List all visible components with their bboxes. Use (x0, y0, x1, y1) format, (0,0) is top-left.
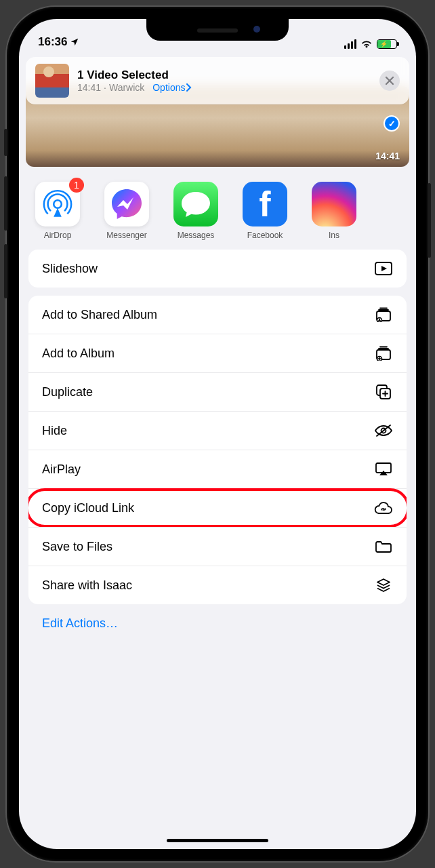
action-save-to-files[interactable]: Save to Files (28, 527, 407, 566)
selection-text: 1 Video Selected 14:41 · Warwick Options (77, 68, 371, 93)
share-target-messages[interactable]: Messages (171, 182, 221, 240)
action-airplay[interactable]: AirPlay (28, 450, 407, 488)
share-label: Messenger (106, 231, 146, 240)
action-slideshow[interactable]: Slideshow (28, 250, 407, 288)
action-share-with-contact[interactable]: Share with Isaac (28, 566, 407, 604)
edit-actions-button[interactable]: Edit Actions… (28, 604, 407, 640)
share-target-airdrop[interactable]: 1 AirDrop (33, 182, 83, 240)
folder-icon (374, 539, 393, 554)
share-label: Ins (329, 231, 339, 240)
chevron-right-icon (186, 83, 192, 92)
airdrop-icon: 1 (35, 182, 80, 226)
eye-slash-icon (374, 423, 393, 438)
location-arrow-icon (70, 37, 79, 47)
svg-point-4 (379, 319, 380, 320)
volume-down-button (4, 244, 7, 298)
notch (146, 19, 289, 41)
selection-title: 1 Video Selected (77, 68, 371, 82)
selection-header: 1 Video Selected 14:41 · Warwick Options (26, 57, 409, 104)
share-target-instagram[interactable]: Ins (309, 182, 359, 240)
svg-point-0 (54, 200, 62, 208)
phone-frame: 16:36 ⚡ 1 Video Selected 14:41 (7, 7, 428, 861)
status-right: ⚡ (344, 39, 398, 49)
add-album-icon (374, 346, 393, 361)
close-button[interactable] (379, 71, 400, 91)
cellular-signal-icon (344, 39, 357, 49)
screen: 16:36 ⚡ 1 Video Selected 14:41 (19, 19, 416, 849)
video-duration: 14:41 (375, 151, 400, 161)
home-indicator[interactable] (167, 839, 268, 842)
stack-icon (374, 578, 393, 593)
action-copy-icloud-link[interactable]: Copy iCloud Link (28, 488, 407, 527)
play-rect-icon (374, 261, 393, 276)
share-label: Facebook (247, 231, 283, 240)
selection-subtitle: 14:41 · Warwick Options (77, 82, 371, 93)
selection-time: 14:41 (77, 82, 101, 93)
share-targets-row[interactable]: 1 AirDrop Messenger Messages (19, 167, 416, 250)
messages-icon (173, 182, 218, 226)
facebook-icon: f (243, 182, 287, 226)
action-add-album[interactable]: Add to Album (28, 334, 407, 372)
instagram-icon (312, 182, 356, 226)
wifi-icon (360, 39, 373, 49)
shared-album-icon (374, 307, 393, 322)
close-icon (385, 76, 394, 85)
action-group-2: Add to Shared Album Add to Album Duplica… (28, 296, 407, 604)
messenger-icon (104, 182, 149, 226)
mute-switch (4, 129, 7, 156)
share-target-messenger[interactable]: Messenger (102, 182, 152, 240)
battery-icon: ⚡ (377, 39, 397, 49)
selection-checkmark-icon[interactable]: ✓ (384, 115, 400, 132)
share-target-facebook[interactable]: f Facebook (240, 182, 290, 240)
airdrop-badge: 1 (69, 178, 84, 193)
volume-up-button (4, 176, 7, 231)
airplay-icon (374, 462, 393, 477)
share-label: Messages (178, 231, 215, 240)
options-button[interactable]: Options (152, 82, 192, 93)
status-left: 16:36 (38, 35, 79, 49)
cloud-link-icon (374, 500, 393, 515)
action-hide[interactable]: Hide (28, 411, 407, 450)
action-add-shared-album[interactable]: Add to Shared Album (28, 296, 407, 334)
power-button (428, 183, 431, 258)
action-duplicate[interactable]: Duplicate (28, 372, 407, 411)
action-group-1: Slideshow (28, 250, 407, 288)
status-time: 16:36 (38, 35, 67, 49)
share-label: AirDrop (44, 231, 72, 240)
charging-bolt-icon: ⚡ (380, 41, 388, 47)
selection-thumbnail (35, 64, 69, 98)
share-sheet: 1 Video Selected 14:41 · Warwick Options (19, 52, 416, 849)
duplicate-icon (374, 384, 393, 399)
selection-location: Warwick (109, 82, 144, 93)
